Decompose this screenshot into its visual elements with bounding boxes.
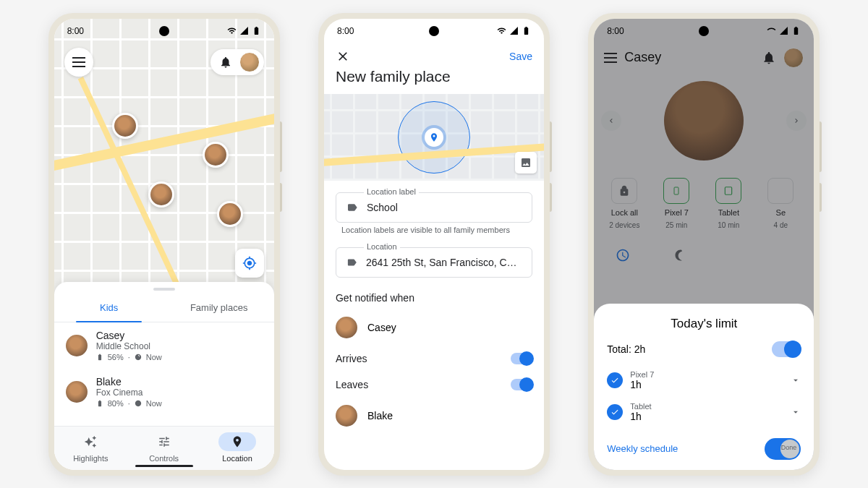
phone-location-map: 8:00 Kids Family places: [48, 13, 280, 476]
person-casey: Casey: [324, 309, 544, 346]
limit-row-tablet[interactable]: Tablet 1h: [607, 396, 801, 428]
map-pin-casey[interactable]: [112, 113, 138, 139]
helper-text: Location labels are visible to all famil…: [324, 226, 544, 234]
total-switch[interactable]: [772, 341, 801, 357]
check-icon: [607, 404, 623, 420]
location-pin-icon: [429, 132, 439, 142]
bottom-sheet: Kids Family places Casey Middle School 5…: [54, 282, 274, 470]
battery-icon: [791, 26, 801, 35]
status-time: 8:00: [67, 26, 84, 36]
tag-icon: [346, 257, 357, 268]
profile-chip[interactable]: [210, 49, 264, 75]
battery-icon: [252, 26, 261, 35]
location-pin-icon: [231, 435, 244, 448]
check-icon: [607, 372, 623, 388]
kid-place: Fox Cinema: [96, 388, 162, 398]
chevron-down-icon: [791, 407, 801, 417]
save-button[interactable]: Save: [509, 51, 532, 62]
toggle-arrives-casey[interactable]: Arrives: [324, 346, 544, 372]
locate-me-button[interactable]: [235, 249, 264, 278]
signal-icon: [239, 26, 249, 35]
page-title: New family place: [324, 68, 544, 94]
status-time: 8:00: [337, 26, 354, 36]
signal-icon: [509, 26, 519, 35]
crosshair-icon: [242, 256, 257, 270]
kid-status: 56% · Now: [96, 353, 162, 361]
map-type-button[interactable]: [515, 152, 537, 174]
sheet-title: Today's limit: [607, 317, 801, 331]
nav-controls[interactable]: Controls: [127, 427, 200, 470]
field-label: Location: [364, 242, 400, 251]
user-avatar: [239, 52, 260, 72]
kid-name: Casey: [96, 330, 162, 341]
battery-icon: [522, 26, 531, 35]
map-pin-4[interactable]: [217, 201, 243, 227]
geofence-pin: [425, 128, 443, 147]
person-blake: Blake: [324, 398, 544, 434]
location-label-field[interactable]: Location label School: [336, 192, 532, 223]
tab-kids[interactable]: Kids: [54, 294, 164, 322]
tab-family-places[interactable]: Family places: [164, 294, 274, 322]
kid-place: Middle School: [96, 341, 162, 351]
wifi-icon: [227, 26, 237, 35]
location-label-value: School: [367, 202, 398, 213]
status-time: 8:00: [607, 26, 624, 36]
total-label: Total: 2h: [607, 343, 645, 355]
image-icon: [520, 157, 532, 168]
map-pin-blake[interactable]: [148, 181, 174, 207]
kid-avatar: [66, 381, 88, 403]
person-avatar: [336, 405, 357, 427]
kid-name: Blake: [96, 376, 162, 388]
nav-highlights[interactable]: Highlights: [54, 427, 127, 470]
kid-row-casey[interactable]: Casey Middle School 56% · Now: [54, 322, 274, 369]
sheet-handle[interactable]: [153, 288, 175, 291]
sliders-icon: [158, 435, 171, 448]
sparkle-icon: [84, 435, 97, 448]
location-address-field[interactable]: Location 2641 25th St, San Francisco, CA…: [336, 247, 532, 278]
field-label: Location label: [364, 187, 419, 196]
signal-icon: [135, 400, 142, 407]
bottom-nav: Highlights Controls Location: [54, 426, 274, 470]
nav-location[interactable]: Location: [200, 427, 273, 470]
hamburger-icon: [72, 61, 85, 63]
mini-map[interactable]: [324, 94, 544, 181]
wifi-icon: [767, 26, 776, 35]
signal-icon: [135, 354, 142, 361]
switch-on[interactable]: [511, 379, 532, 390]
chevron-down-icon: [791, 375, 801, 385]
kid-row-blake[interactable]: Blake Fox Cinema 80% · Now: [54, 369, 274, 415]
bell-icon: [219, 56, 232, 69]
weekly-schedule-link[interactable]: Weekly schedule: [607, 443, 678, 454]
person-name: Casey: [367, 322, 396, 333]
phone-todays-limit: 8:00 Casey: [588, 13, 820, 476]
switch-on[interactable]: [511, 353, 532, 364]
limit-row-pixel7[interactable]: Pixel 7 1h: [607, 364, 801, 396]
done-button[interactable]: Done: [765, 438, 801, 460]
kid-avatar: [66, 335, 88, 356]
phone-new-family-place: 8:00 Save New family place Loc: [318, 13, 550, 476]
signal-icon: [779, 26, 788, 35]
wifi-icon: [497, 26, 506, 35]
person-name: Blake: [367, 410, 393, 421]
gesture-bar[interactable]: [135, 465, 193, 467]
map-pin-3[interactable]: [203, 142, 229, 168]
battery-icon: [96, 400, 103, 407]
tag-icon: [346, 202, 358, 213]
battery-icon: [96, 354, 103, 361]
person-avatar: [336, 317, 357, 338]
close-icon[interactable]: [336, 49, 350, 64]
location-address-value: 2641 25th St, San Francisco, CA 9…: [366, 257, 522, 268]
geofence-circle: [398, 101, 470, 174]
notify-header: Get notified when: [324, 281, 544, 309]
menu-button[interactable]: [64, 48, 93, 77]
toggle-leaves-casey[interactable]: Leaves: [324, 372, 544, 398]
todays-limit-sheet: Today's limit Total: 2h Pixel 7 1h: [594, 304, 814, 470]
kid-status: 80% · Now: [96, 399, 162, 408]
